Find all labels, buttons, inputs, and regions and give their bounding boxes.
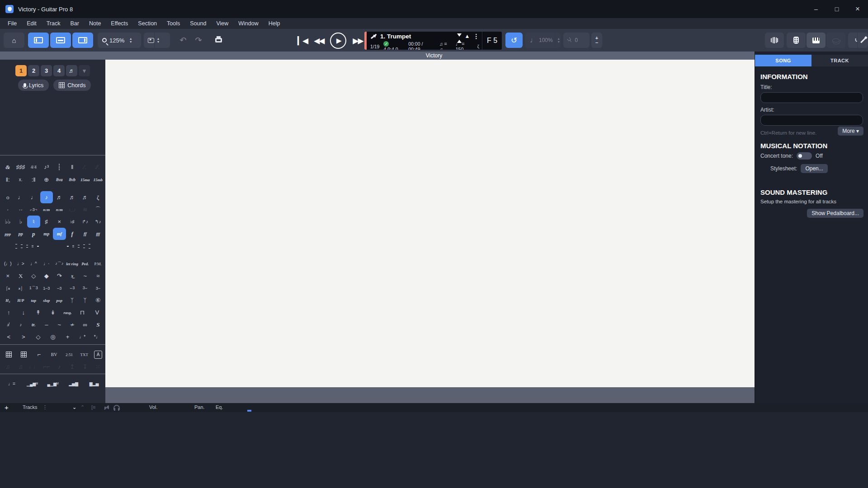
quindicesima-bassa-button[interactable]: 15mb: [92, 174, 105, 186]
expand-tracks-icon[interactable]: ⌃: [80, 404, 85, 410]
chords-button[interactable]: Chords: [53, 80, 91, 91]
dynamic-p-button[interactable]: p: [27, 228, 40, 240]
fretboard-button[interactable]: [787, 33, 806, 48]
menu-track[interactable]: Track: [42, 18, 66, 29]
inverted-turn-button[interactable]: S: [92, 319, 105, 331]
sixteenth-note-button[interactable]: ♬: [53, 191, 66, 203]
dead-note-button[interactable]: ×: [1, 270, 14, 282]
menu-bar[interactable]: Bar: [66, 18, 84, 29]
staccato-button[interactable]: ♩·: [40, 258, 53, 270]
let-ring-button[interactable]: let ring: [66, 258, 79, 270]
quarter-note-button[interactable]: ♩: [27, 191, 40, 203]
voice-button-voice-1[interactable]: 1: [15, 65, 27, 76]
quindicesima-alta-button[interactable]: 15ma: [79, 174, 92, 186]
acciaccatura-button[interactable]: ♪̸: [1, 319, 14, 331]
dynamic-f-button[interactable]: f: [66, 228, 79, 240]
rewind-button[interactable]: ◀◀: [314, 36, 324, 46]
tied-note-button[interactable]: ♪‿♪: [66, 203, 79, 216]
slide-in-below-button[interactable]: –3: [53, 282, 66, 294]
grace-on-beat-button[interactable]: ↰♪: [92, 216, 105, 228]
directions-coda-button[interactable]: ⊕: [40, 174, 53, 186]
tremolo-bar-button[interactable]: ≁: [66, 319, 79, 331]
lyrics-button[interactable]: Lyrics: [18, 80, 49, 91]
menu-file[interactable]: File: [3, 18, 22, 29]
mix-table-automation-button[interactable]: ▁▄▆ᴹ: [22, 378, 43, 390]
rest-button[interactable]: ζ: [92, 191, 105, 203]
crescendo-button[interactable]: [1, 240, 53, 252]
trill-button[interactable]: tr.: [27, 319, 40, 331]
speed-control[interactable]: ♩ 100% ▴▾: [525, 33, 561, 48]
menu-effects[interactable]: Effects: [106, 18, 133, 29]
redo-button[interactable]: ↷: [191, 33, 206, 48]
show-pedalboard-button[interactable]: Show Pedalboard...: [807, 209, 863, 218]
speed-spinner[interactable]: ▴▾: [555, 33, 562, 48]
ring-on-button[interactable]: ♩*: [75, 331, 90, 343]
vibrato-button[interactable]: ~: [79, 270, 92, 282]
decrescendo-button[interactable]: [53, 240, 104, 252]
thirtysecond-note-button[interactable]: ♬: [66, 191, 79, 203]
sharp-button[interactable]: ♯: [40, 216, 53, 228]
arpeggio-up-button[interactable]: ↟: [31, 306, 46, 319]
stem-down-button[interactable]: ↧: [79, 361, 92, 373]
double-sharp-button[interactable]: ×: [53, 216, 66, 228]
view-vertical-button[interactable]: [72, 33, 93, 48]
auto-duration-button[interactable]: ♫: [1, 361, 14, 373]
zoom-spinner[interactable]: ▴▾: [127, 33, 134, 48]
dynamic-ppp-button[interactable]: ppp: [1, 228, 14, 240]
hourglass-icon[interactable]: [457, 33, 462, 39]
minimize-button[interactable]: –: [806, 0, 826, 18]
maximize-button[interactable]: □: [826, 0, 847, 18]
double-simile-mark-button[interactable]: ⁄⁄.: [92, 161, 105, 173]
key-signature-button[interactable]: ♯♯♯: [14, 161, 28, 173]
document-tab[interactable]: Victory: [426, 52, 442, 59]
wide-vibrato-button[interactable]: ≈: [92, 270, 105, 282]
accidental-toggle-button[interactable]: ♭♯: [66, 216, 79, 228]
menu-tools[interactable]: Tools: [162, 18, 185, 29]
decrescendo-note-button[interactable]: >: [16, 331, 31, 343]
repeat-open-button[interactable]: ‖:: [1, 174, 14, 186]
tuplet-options-button[interactable]: n:m: [53, 203, 66, 216]
hammer-on-button[interactable]: H₃: [1, 294, 14, 306]
metronome-icon[interactable]: ▲: [465, 33, 470, 39]
crescendo-note-button[interactable]: <: [1, 331, 16, 343]
chord-diagram-collection-button[interactable]: [16, 348, 31, 361]
menu-view[interactable]: View: [211, 18, 233, 29]
ottava-bassa-button[interactable]: 8vb: [66, 174, 79, 186]
view-page-button[interactable]: [28, 33, 49, 48]
barre-chord-button[interactable]: BV: [47, 348, 61, 361]
appoggiatura-button[interactable]: ♪: [14, 319, 28, 331]
title-input[interactable]: [760, 92, 863, 103]
tapping-button[interactable]: tap: [27, 294, 40, 306]
voice-button-voice-3[interactable]: 3: [41, 65, 52, 76]
stylesheet-open-button[interactable]: Open...: [801, 164, 827, 173]
concert-tone-toggle[interactable]: [797, 152, 812, 160]
tab-track[interactable]: TRACK: [811, 55, 868, 66]
simile-mark-button[interactable]: ⁄.: [79, 161, 92, 173]
menu-note[interactable]: Note: [84, 18, 106, 29]
master-automation-button[interactable]: ▄▁▆ᴹ: [42, 378, 63, 390]
free-time-button[interactable]: ┆: [53, 161, 66, 173]
fingering-string-button[interactable]: ⑥: [92, 294, 105, 306]
legato-button[interactable]: ♪⌒♪: [53, 258, 66, 270]
menu-help[interactable]: Help: [264, 18, 285, 29]
tuplet-button[interactable]: ♪³: [40, 161, 53, 173]
bar-copy-button[interactable]: ⌐⌐: [40, 361, 53, 373]
velocity-bars-button[interactable]: ▂▅▇: [63, 378, 84, 390]
print-button[interactable]: [211, 33, 226, 48]
artist-input[interactable]: [760, 115, 863, 126]
dynamic-mf-button[interactable]: mf: [53, 228, 66, 240]
chord-diagram-button[interactable]: [1, 348, 16, 361]
hammer-slide-button[interactable]: 1⌒3: [27, 282, 40, 294]
barre-button[interactable]: ⌐: [32, 348, 47, 361]
voice-button-voice-4[interactable]: 4: [53, 65, 65, 76]
line-in-button[interactable]: [857, 33, 868, 48]
triplet-button[interactable]: ⌐3¬: [27, 203, 40, 216]
tracks-menu-icon[interactable]: ⋮: [42, 404, 47, 410]
dynamic-mp-button[interactable]: mp: [40, 228, 53, 240]
slapping-button[interactable]: slap: [40, 294, 53, 306]
accent-button[interactable]: ♩>: [14, 258, 28, 270]
downstroke-button[interactable]: ↓: [16, 306, 31, 319]
ottava-alta-button[interactable]: 8va: [53, 174, 66, 186]
more-button[interactable]: More ▾: [838, 127, 863, 136]
go-to-start-button[interactable]: ▎◀: [297, 36, 307, 46]
